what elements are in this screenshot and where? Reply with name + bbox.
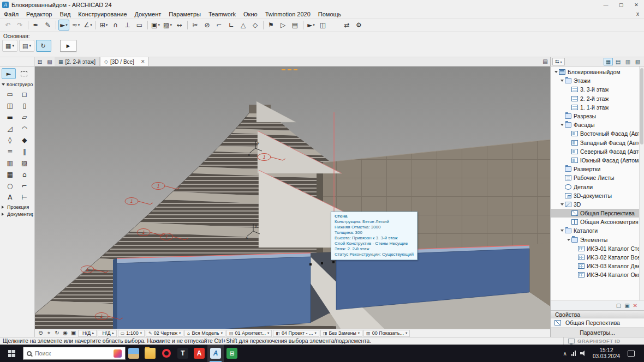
- menu-item[interactable]: Окно: [240, 11, 261, 17]
- menu-item[interactable]: Teamwork: [205, 11, 240, 17]
- quad-view-icon[interactable]: ⊞: [35, 58, 45, 66]
- fill-icon[interactable]: ▨▾: [162, 20, 173, 31]
- fillet-icon[interactable]: ⌐: [214, 20, 225, 31]
- model-filter-field[interactable]: ⌂Вся Модель▾: [184, 330, 225, 337]
- tree-item[interactable]: Общая Перспектива: [551, 209, 644, 218]
- delete-item-icon[interactable]: ✕: [633, 303, 637, 309]
- volume-icon[interactable]: [580, 351, 586, 356]
- tree-item[interactable]: ИКЭ-03 Каталог Дверей: [551, 262, 644, 270]
- minimize-button[interactable]: —: [598, 0, 613, 10]
- menu-item[interactable]: Помощь: [314, 11, 345, 17]
- tree-item[interactable]: Детали: [551, 182, 644, 191]
- toolbox-section-construct[interactable]: Конструирование: [0, 80, 34, 88]
- arrow-tool-icon[interactable]: ►▾: [58, 20, 69, 31]
- tree-item[interactable]: Западный Фасад (Автоматический): [551, 138, 644, 147]
- new-folder-icon[interactable]: ▢: [616, 303, 621, 309]
- tool-lamp[interactable]: ○: [3, 180, 17, 191]
- tree-item[interactable]: Общая Аксонометрия: [551, 218, 644, 226]
- taskbar-app-explorer[interactable]: [142, 345, 158, 362]
- viewport-3d[interactable]: 111 1111 yx yx Стена: [35, 67, 550, 329]
- inject-parameters-icon[interactable]: ✎: [43, 20, 53, 31]
- taskbar-app-gallery[interactable]: [126, 345, 142, 362]
- tree-item[interactable]: Восточный Фасад (Автоматический): [551, 129, 644, 138]
- tool-column[interactable]: ▯: [17, 100, 32, 111]
- arrow-tool-button[interactable]: ►: [2, 68, 16, 79]
- tree-item[interactable]: Фасады: [551, 120, 644, 129]
- tab-floor-plan[interactable]: ▦ [2. 2-й этаж]: [55, 57, 100, 66]
- worksheet-icon[interactable]: ▤: [290, 20, 301, 31]
- tool-window[interactable]: ◫: [3, 100, 17, 111]
- tab-overflow-icon[interactable]: ▤: [540, 57, 550, 65]
- redo-icon[interactable]: ↷: [15, 20, 26, 31]
- tool-mesh[interactable]: ▦: [3, 168, 17, 180]
- tree-item[interactable]: Развертки: [551, 165, 644, 173]
- taskbar-app-archicad[interactable]: A: [207, 345, 224, 362]
- close-button[interactable]: ✕: [629, 0, 644, 10]
- tree-item[interactable]: ИКЭ-01 Каталог Стен: [551, 244, 644, 253]
- scale-field[interactable]: ▭1:100▾: [118, 330, 145, 337]
- tool-door[interactable]: ◻: [17, 88, 32, 100]
- tree-item[interactable]: Элементы: [551, 236, 644, 244]
- tool-slab[interactable]: ▱: [17, 111, 32, 123]
- layer-combination-field[interactable]: ▤01 Архитект...▾: [226, 330, 272, 337]
- tree-item[interactable]: 3D-документы: [551, 191, 644, 200]
- preview-na-field-2[interactable]: Н/Д▸: [98, 330, 116, 337]
- tree-expand-icon[interactable]: [559, 202, 564, 207]
- menu-item[interactable]: Конструирование: [74, 11, 130, 17]
- tool-dimension[interactable]: ⊢: [17, 191, 32, 203]
- taskbar-search[interactable]: [23, 347, 126, 360]
- tool-text[interactable]: A: [3, 191, 17, 203]
- tool-wall[interactable]: ▭: [3, 88, 17, 100]
- tree-expand-icon[interactable]: [559, 78, 564, 83]
- magnet-icon[interactable]: ∩: [110, 20, 121, 31]
- snap-guides-icon[interactable]: ≈▾: [70, 20, 81, 31]
- tool-wall-end[interactable]: ⌐: [17, 180, 32, 191]
- tool-railing[interactable]: ∥: [17, 146, 32, 157]
- tree-item[interactable]: Северный Фасад (Автоматический): [551, 147, 644, 156]
- layout-book-icon[interactable]: ▥: [623, 58, 633, 65]
- toolbox-section-document[interactable]: Документирование: [0, 210, 34, 218]
- tree-item[interactable]: Рабочие Листы: [551, 173, 644, 182]
- navigator-pop-button[interactable]: ⇆▾: [552, 58, 565, 65]
- start-button[interactable]: [0, 345, 23, 362]
- properties-header[interactable]: Свойства: [551, 310, 644, 318]
- explore-icon[interactable]: ◉: [61, 330, 69, 336]
- zoom-icon[interactable]: ⊖: [37, 330, 45, 336]
- tool-object[interactable]: ⌂: [17, 168, 32, 180]
- scrollbar-thumb[interactable]: [640, 68, 643, 144]
- tool-morph[interactable]: ◆: [17, 134, 32, 146]
- pan-icon[interactable]: ⌖: [45, 330, 53, 336]
- tree-item[interactable]: Разрезы: [551, 112, 644, 120]
- publisher-icon[interactable]: ▧: [633, 58, 642, 65]
- tree-item[interactable]: Этажи: [551, 76, 644, 85]
- view-map-icon[interactable]: ▤: [613, 58, 623, 65]
- app-icon[interactable]: A: [2, 2, 9, 8]
- navigator-scrollbar[interactable]: [639, 67, 644, 300]
- tree-item[interactable]: 2. 2-й этаж: [551, 94, 644, 103]
- search-input[interactable]: [35, 350, 94, 357]
- tool-curtain-wall[interactable]: ▥: [3, 157, 17, 168]
- profile-favorites-button[interactable]: ▤▾: [19, 40, 34, 52]
- teamwork-icon[interactable]: ⇄: [342, 20, 353, 31]
- fit-view-icon[interactable]: ▣: [69, 330, 77, 336]
- taskbar-app-a[interactable]: А: [191, 345, 207, 362]
- arrow-options-icon[interactable]: ►▾: [306, 20, 317, 31]
- tree-item[interactable]: 3D: [551, 200, 644, 209]
- tool-zone[interactable]: ▨: [17, 157, 32, 168]
- tree-item[interactable]: Блокированныйдом: [551, 68, 644, 76]
- tree-expand-icon[interactable]: [559, 122, 564, 128]
- arrow-tool-button[interactable]: ►: [60, 40, 76, 52]
- organizer-icon[interactable]: ◫: [318, 20, 329, 31]
- tree-item[interactable]: 3. 3-й этаж: [551, 85, 644, 94]
- split-icon[interactable]: ⊘: [202, 20, 213, 31]
- clone-item-icon[interactable]: ▣: [624, 303, 629, 309]
- menu-item[interactable]: Документ: [131, 11, 165, 17]
- ruler-icon[interactable]: ▭: [134, 20, 145, 31]
- tree-item[interactable]: Каталоги: [551, 226, 644, 235]
- offset-icon[interactable]: ◇: [250, 20, 261, 31]
- taskbar-app-opera[interactable]: [158, 345, 175, 362]
- settings-icon[interactable]: ⚙: [354, 20, 365, 31]
- tool-shell[interactable]: ◠: [17, 123, 32, 134]
- popup-navigator-icon[interactable]: ▧: [45, 58, 55, 66]
- resize-icon[interactable]: △: [238, 20, 249, 31]
